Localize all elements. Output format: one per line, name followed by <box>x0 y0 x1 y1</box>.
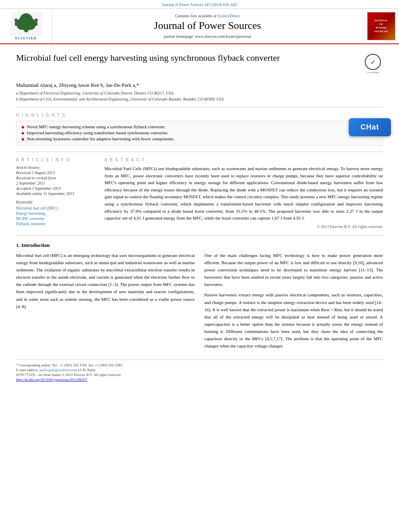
journal-logo-right: JOURNALOFPOWERSOURCES <box>363 9 399 43</box>
chat-button[interactable]: CHat <box>349 118 391 136</box>
highlight-item-2: ◆ Improved harvesting efficiency using t… <box>21 130 378 135</box>
divider-2 <box>16 152 383 152</box>
affiliation-b: b Department of Civil, Environmental, an… <box>16 97 383 101</box>
intro-para-2: One of the main challenges facing MFC te… <box>204 252 383 288</box>
svg-point-7 <box>35 18 38 22</box>
email-link[interactable]: jaedo.park@ucdenver.edu <box>39 368 77 372</box>
keyword-2: Energy harvesting <box>16 211 97 216</box>
elsevier-tree-logo <box>10 12 42 36</box>
journal-cover-text: JOURNALOFPOWERSOURCES <box>374 19 388 33</box>
crossmark-logo: ✓ <box>365 54 381 70</box>
bullet-3: ◆ <box>21 137 25 141</box>
article-info-column: A R T I C L E I N F O Article history: R… <box>16 158 97 229</box>
intro-col-right: One of the main challenges facing MFC te… <box>204 252 383 353</box>
elsevier-logo-area: ELSEVIER <box>0 9 52 43</box>
article-title: Microbial fuel cell energy harvesting us… <box>16 52 359 64</box>
copyright-line: © 2013 Elsevier B.V. All rights reserved… <box>105 224 383 229</box>
highlight-text-1: Novel MFC energy harvesting scheme using… <box>27 124 165 129</box>
doi-line: http://dx.doi.org/10.1016/j.jpowsour.201… <box>16 378 383 382</box>
email-suffix: (J.-D. Park). <box>78 368 96 372</box>
keyword-1: Microbial fuel cell (MFC) <box>16 206 97 210</box>
intro-title: 1. Introduction <box>16 242 383 249</box>
section-num: 1. <box>16 242 20 248</box>
svg-point-3 <box>16 18 26 30</box>
affiliation-a: a Department of Electrical Engineering, … <box>16 91 383 95</box>
svg-rect-6 <box>15 22 17 26</box>
revised-date: 2 September 2013 <box>16 181 97 185</box>
abstract-text: Microbial Fuel Cells (MFCs) use biodegra… <box>105 165 383 222</box>
svg-point-5 <box>14 18 18 22</box>
intro-col-left: Microbial fuel cell (MFC) is an emerging… <box>16 252 195 353</box>
crossmark-area: ✓ CrossMark <box>363 52 383 74</box>
email-footnote: E-mail address: jaedo.park@ucdenver.edu … <box>16 368 383 372</box>
doi-link[interactable]: http://dx.doi.org/10.1016/j.jpowsour.201… <box>16 378 88 382</box>
highlight-item-1: ◆ Novel MFC energy harvesting scheme usi… <box>21 124 378 129</box>
divider-3 <box>16 235 383 236</box>
highlights-label: H I G H L I G H T S <box>16 113 383 117</box>
available-date: Available online 11 September 2013 <box>16 191 97 196</box>
keyword-4: Flyback converter <box>16 222 97 226</box>
abstract-column: A B S T R A C T Microbial Fuel Cells (MF… <box>105 158 383 229</box>
keyword-3: DC/DC converter <box>16 216 97 221</box>
homepage-link: journal homepage: www.elsevier.com/locat… <box>164 34 251 39</box>
introduction-section: 1. Introduction Microbial fuel cell (MFC… <box>16 242 383 353</box>
authors-line: Muhannad Alaraj a, Zhiyong Jason Ren b, … <box>16 82 383 88</box>
highlights-box: ◆ Novel MFC energy harvesting scheme usi… <box>16 121 383 146</box>
bullet-1: ◆ <box>21 125 25 129</box>
intro-text-columns: Microbial fuel cell (MFC) is an emerging… <box>16 252 383 353</box>
svg-rect-8 <box>35 22 37 26</box>
science-direct-anchor[interactable]: ScienceDirect <box>217 14 240 18</box>
journal-reference-bar: Journal of Power Sources 247 (2014) 636–… <box>0 0 399 9</box>
email-label: E-mail address: <box>16 368 39 372</box>
intro-para-1: Microbial fuel cell (MFC) is an emerging… <box>16 252 195 310</box>
intro-para-3: Passive harvesters extract energy with p… <box>204 291 383 349</box>
divider-1 <box>16 107 383 107</box>
journal-cover-image: JOURNALOFPOWERSOURCES <box>367 12 395 40</box>
highlight-text-2: Improved harvesting efficiency using tra… <box>27 130 168 135</box>
main-content: Microbial fuel cell energy harvesting us… <box>0 44 399 390</box>
authors-text: Muhannad Alaraj a, Zhiyong Jason Ren b, … <box>16 82 139 88</box>
journal-title-display: Journal of Power Sources <box>154 20 261 32</box>
bullet-2: ◆ <box>21 131 25 135</box>
svg-point-4 <box>26 18 36 30</box>
accepted-date: Accepted 3 September 2013 <box>16 186 97 191</box>
issn-line: 0378-7753/$ – see front matter © 2013 El… <box>16 373 383 377</box>
journal-header: ELSEVIER Contents lists available at Sci… <box>0 9 399 44</box>
keywords-section: Keywords: Microbial fuel cell (MFC) Ener… <box>16 200 97 226</box>
highlight-text-3: Non-inverting hysteresis controller for … <box>27 136 175 141</box>
abstract-label: A B S T R A C T <box>105 158 383 162</box>
article-info-abstract-row: A R T I C L E I N F O Article history: R… <box>16 158 383 229</box>
article-info-label: A R T I C L E I N F O <box>16 158 97 162</box>
received-date: Received 3 August 2013 <box>16 170 97 175</box>
journal-center-header: Contents lists available at ScienceDirec… <box>52 9 363 43</box>
crossmark-label: CrossMark <box>366 71 379 74</box>
journal-reference-text: Journal of Power Sources 247 (2014) 636–… <box>162 2 237 7</box>
chat-label: CHat <box>360 123 379 131</box>
article-history: Article history: Received 3 August 2013 … <box>16 165 97 196</box>
keywords-label: Keywords: <box>16 200 97 204</box>
history-label: Article history: <box>16 165 97 170</box>
corresponding-author-footnote: * Corresponding author. Tel.: +1 (303) 3… <box>16 363 383 367</box>
homepage-text: journal homepage: www.elsevier.com/locat… <box>164 34 251 39</box>
highlight-item-3: ◆ Non-inverting hysteresis controller fo… <box>21 136 378 141</box>
highlights-section: H I G H L I G H T S ◆ Novel MFC energy h… <box>16 113 383 146</box>
article-title-section: Microbial fuel cell energy harvesting us… <box>16 52 383 77</box>
received-revised-label: Received in revised form <box>16 176 97 180</box>
elsevier-brand-name: ELSEVIER <box>15 36 37 40</box>
footer-section: * Corresponding author. Tel.: +1 (303) 3… <box>16 359 383 382</box>
science-direct-link: Contents lists available at ScienceDirec… <box>175 14 240 18</box>
section-title: Introduction <box>21 242 50 248</box>
